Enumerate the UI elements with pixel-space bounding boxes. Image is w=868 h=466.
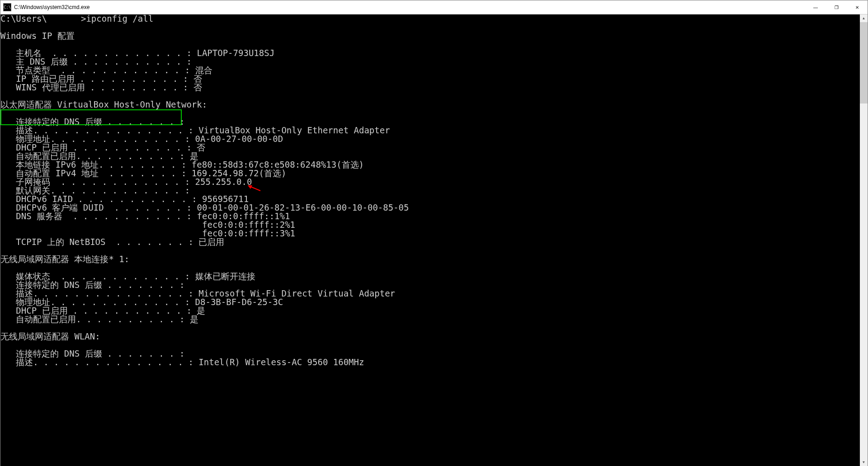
cmd-window: C:\ C:\Windows\system32\cmd.exe — ❐ ✕ C:… [0,0,868,466]
window-titlebar[interactable]: C:\ C:\Windows\system32\cmd.exe — ❐ ✕ [0,0,868,14]
app-icon: C:\ [3,3,11,11]
minimize-button[interactable]: — [805,0,826,14]
terminal-output[interactable]: C:\Users\>ipconfig /all Windows IP 配置 主机… [0,14,860,466]
scroll-up-button[interactable]: ▲ [860,14,868,22]
vertical-scrollbar[interactable]: ▲ ▼ [860,14,868,466]
scroll-down-button[interactable]: ▼ [860,458,868,466]
redacted-username [47,15,81,23]
maximize-button[interactable]: ❐ [826,0,847,14]
close-button[interactable]: ✕ [847,0,868,14]
scroll-thumb[interactable] [860,22,868,104]
window-title: C:\Windows\system32\cmd.exe [14,4,90,10]
